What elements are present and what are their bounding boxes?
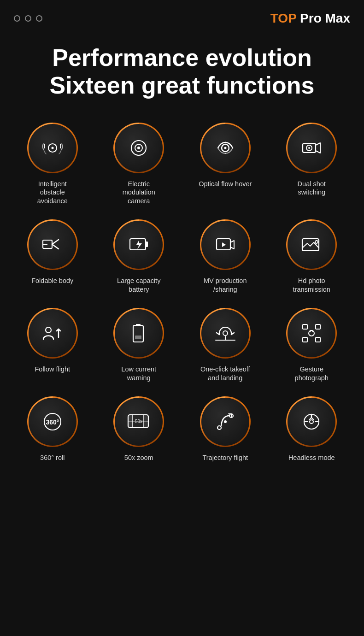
headless-icon <box>299 409 324 434</box>
feature-label-follow-flight: Follow flight <box>35 365 70 374</box>
svg-rect-26 <box>316 324 320 329</box>
icon-circle-dual-shot-switching <box>286 123 337 173</box>
svg-rect-20 <box>135 336 141 339</box>
feature-item-hd-photo-transmission: Hd photo transmission <box>269 215 355 299</box>
feature-item-360-roll: 360° 360° roll <box>9 392 96 467</box>
mv-icon <box>213 232 238 257</box>
svg-rect-13 <box>146 241 148 247</box>
features-grid: Intelligent obstacle avoidance Electric … <box>0 104 364 476</box>
feature-item-optical-flow-hover: Optical flow hover <box>182 118 269 211</box>
brand-logo: TOP Pro Max <box>270 11 350 26</box>
photo-icon <box>299 232 324 257</box>
icon-circle-50x-zoom: 50x <box>113 396 164 447</box>
feature-item-50x-zoom: 50x 50x zoom <box>96 392 182 467</box>
headline-text: Performance evolution Sixteen great func… <box>18 44 346 100</box>
feature-label-50x-zoom: 50x zoom <box>124 453 153 462</box>
feature-item-mv-production-sharing: MV production /sharing <box>182 215 269 299</box>
icon-circle-electric-modulation-camera <box>113 123 164 173</box>
svg-rect-27 <box>303 337 307 342</box>
dots-decoration <box>14 15 42 22</box>
icon-circle-follow-flight <box>27 308 78 359</box>
follow-icon <box>40 321 65 346</box>
icon-circle-low-current-warning <box>113 308 164 359</box>
brand-rest: Pro Max <box>296 11 350 25</box>
360-icon: 360° <box>40 409 65 434</box>
feature-label-trajectory-flight: Trajectory flight <box>202 453 248 462</box>
dot-2 <box>25 15 31 22</box>
gesture-icon <box>299 321 324 346</box>
feature-label-intelligent-obstacle-avoidance: Intelligent obstacle avoidance <box>25 180 80 206</box>
svg-point-4 <box>137 147 140 149</box>
icon-circle-foldable-body <box>27 219 78 270</box>
svg-point-6 <box>224 147 226 149</box>
svg-text:360°: 360° <box>46 418 59 426</box>
dot-3 <box>36 15 42 22</box>
feature-item-electric-modulation-camera: Electric modulation camera <box>96 118 182 211</box>
feature-label-hd-photo-transmission: Hd photo transmission <box>284 277 339 294</box>
feature-label-low-current-warning: Low current warning <box>111 365 166 383</box>
feature-label-mv-production-sharing: MV production /sharing <box>198 277 253 294</box>
icon-circle-headless-mode <box>286 396 337 447</box>
obstacle-icon <box>40 135 65 160</box>
svg-point-37 <box>217 426 221 430</box>
takeoff-icon <box>213 321 238 346</box>
icon-circle-360-roll: 360° <box>27 396 78 447</box>
header: TOP Pro Max <box>0 0 364 30</box>
svg-point-16 <box>315 241 318 243</box>
feature-item-low-current-warning: Low current warning <box>96 303 182 387</box>
trajectory-icon <box>213 409 238 434</box>
feature-label-gesture-photograph: Gesture photograph <box>284 365 339 383</box>
optical-flow-icon <box>213 135 238 160</box>
feature-item-follow-flight: Follow flight <box>9 303 96 387</box>
svg-point-9 <box>308 147 310 149</box>
icon-circle-trajectory-flight <box>200 396 251 447</box>
foldable-icon <box>40 232 65 257</box>
svg-point-1 <box>51 147 53 149</box>
dual-shot-icon <box>299 135 324 160</box>
feature-label-360-roll: 360° roll <box>40 453 65 462</box>
feature-label-optical-flow-hover: Optical flow hover <box>199 180 252 188</box>
svg-point-39 <box>224 420 227 423</box>
camera-circle-icon <box>126 135 151 160</box>
svg-text:50x: 50x <box>135 419 142 424</box>
feature-label-headless-mode: Headless mode <box>288 453 335 462</box>
icon-circle-hd-photo-transmission <box>286 219 337 270</box>
feature-label-dual-shot-switching: Dual shot switching <box>284 180 339 197</box>
icon-circle-optical-flow-hover <box>200 123 251 173</box>
feature-item-trajectory-flight: Trajectory flight <box>182 392 269 467</box>
brand-top: TOP <box>270 11 297 25</box>
zoom-icon: 50x <box>126 409 151 434</box>
icon-circle-large-capacity-battery <box>113 219 164 270</box>
dot-1 <box>14 15 20 22</box>
svg-rect-28 <box>316 337 320 342</box>
feature-item-intelligent-obstacle-avoidance: Intelligent obstacle avoidance <box>9 118 96 211</box>
feature-item-gesture-photograph: Gesture photograph <box>269 303 355 387</box>
feature-item-headless-mode: Headless mode <box>269 392 355 467</box>
svg-rect-25 <box>303 324 307 329</box>
battery-bolt-icon <box>126 232 151 257</box>
feature-label-foldable-body: Foldable body <box>31 277 73 285</box>
svg-point-41 <box>310 420 313 424</box>
feature-label-electric-modulation-camera: Electric modulation camera <box>111 180 166 206</box>
feature-item-dual-shot-switching: Dual shot switching <box>269 118 355 211</box>
headline: Performance evolution Sixteen great func… <box>0 30 364 104</box>
feature-item-large-capacity-battery: Large capacity battery <box>96 215 182 299</box>
svg-point-29 <box>309 330 314 336</box>
feature-label-large-capacity-battery: Large capacity battery <box>111 277 166 294</box>
feature-item-foldable-body: Foldable body <box>9 215 96 299</box>
svg-point-21 <box>223 331 228 336</box>
svg-point-17 <box>46 327 51 333</box>
feature-item-one-click-takeoff: One-click takeoff and landing <box>182 303 269 387</box>
icon-circle-intelligent-obstacle-avoidance <box>27 123 78 173</box>
icon-circle-mv-production-sharing <box>200 219 251 270</box>
battery-low-icon <box>126 321 151 346</box>
feature-label-one-click-takeoff: One-click takeoff and landing <box>198 365 253 383</box>
svg-rect-18 <box>133 325 143 342</box>
icon-circle-one-click-takeoff <box>200 308 251 359</box>
svg-rect-19 <box>136 324 141 326</box>
icon-circle-gesture-photograph <box>286 308 337 359</box>
